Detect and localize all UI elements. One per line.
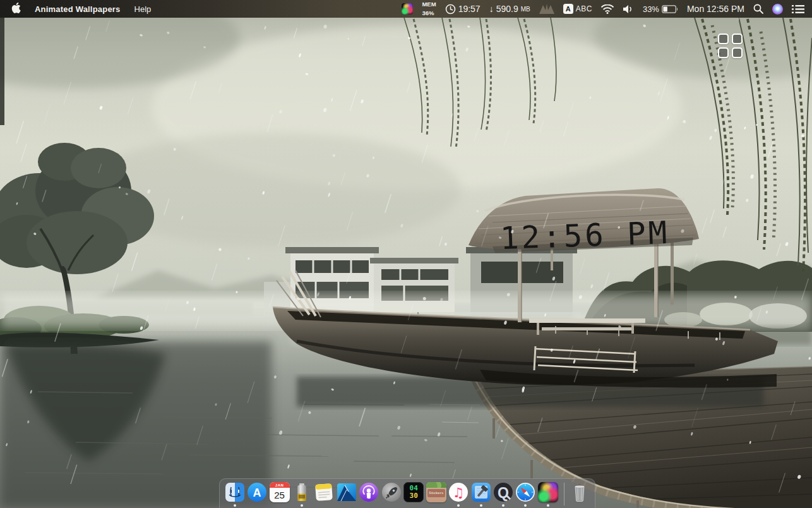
quicktime-icon: Q bbox=[493, 482, 513, 502]
desktop: 12:56 PM bbox=[0, 0, 812, 508]
dock-finder[interactable] bbox=[224, 482, 245, 507]
app-store-icon: A bbox=[247, 482, 267, 502]
timer-line2: 30 bbox=[410, 492, 418, 500]
dock-quicktime[interactable]: Q bbox=[493, 482, 513, 507]
list-icon bbox=[792, 4, 804, 14]
mountain-m-icon bbox=[539, 4, 554, 14]
dock-calendar[interactable]: JAN 25 bbox=[269, 482, 290, 507]
spotlight-menu-extra[interactable] bbox=[753, 4, 763, 14]
affinity-icon bbox=[337, 482, 357, 502]
dock-affinity[interactable] bbox=[336, 482, 357, 507]
battery-icon bbox=[662, 5, 678, 13]
menu-help[interactable]: Help bbox=[134, 4, 152, 14]
input-source-menu-extra[interactable]: A ABC bbox=[563, 4, 592, 14]
siri-icon bbox=[772, 4, 783, 15]
battery-app-icon bbox=[292, 482, 312, 502]
battery-menu-extra[interactable]: 33% bbox=[643, 4, 678, 14]
search-icon bbox=[753, 4, 763, 14]
dock-music[interactable]: ♫ bbox=[448, 482, 469, 507]
grid-cell bbox=[732, 47, 743, 58]
finder-icon bbox=[225, 482, 245, 502]
timer-value: 19:57 bbox=[458, 4, 481, 14]
stickers-icon: Stickers bbox=[426, 482, 446, 502]
down-arrow: ↓ bbox=[489, 4, 494, 14]
desktop-grid-widget[interactable] bbox=[718, 33, 743, 58]
dock-trash[interactable] bbox=[570, 482, 590, 507]
notes-icon bbox=[314, 482, 334, 502]
dock-battery-app[interactable] bbox=[291, 482, 312, 507]
volume-menu-extra[interactable] bbox=[623, 4, 634, 14]
input-name: ABC bbox=[576, 4, 592, 13]
siri-menu-extra[interactable] bbox=[772, 4, 783, 15]
music-icon: ♫ bbox=[448, 482, 469, 502]
clock-menu-extra[interactable]: Mon 12:56 PM bbox=[687, 4, 744, 14]
grid-cell bbox=[732, 33, 743, 44]
dock-app-store[interactable]: A bbox=[246, 482, 267, 507]
wifi-menu-extra[interactable] bbox=[601, 4, 614, 14]
stickers-label: Stickers bbox=[427, 489, 445, 497]
wallpaper-menu-extra[interactable] bbox=[402, 3, 413, 15]
mem-value: 36% bbox=[422, 10, 434, 16]
mem-label: MEM bbox=[422, 1, 436, 8]
speaker-icon bbox=[623, 4, 634, 14]
memory-menu-extra[interactable]: MEM 36% bbox=[422, 1, 436, 16]
dock-stickers[interactable]: Stickers bbox=[426, 482, 446, 507]
dock-safari[interactable] bbox=[515, 482, 536, 507]
svg-text:Q: Q bbox=[498, 485, 509, 501]
notification-center-menu-extra[interactable] bbox=[792, 4, 804, 14]
nebula-icon bbox=[402, 3, 413, 15]
leaves-decoration bbox=[426, 482, 446, 488]
dock-animated-wallpapers[interactable] bbox=[537, 482, 558, 507]
calendar-month: JAN bbox=[270, 482, 290, 488]
dock-rocket-app[interactable] bbox=[381, 482, 402, 507]
dock-timer-app[interactable]: 04 30 bbox=[403, 482, 424, 507]
trash-icon bbox=[570, 482, 590, 502]
grid-cell bbox=[718, 47, 729, 58]
svg-text:♫: ♫ bbox=[453, 485, 465, 500]
net-unit: MB bbox=[521, 6, 530, 13]
xcode-icon bbox=[471, 482, 491, 502]
input-badge: A bbox=[563, 4, 573, 14]
battery-percent: 33% bbox=[643, 4, 659, 14]
dock: A JAN 25 bbox=[219, 478, 595, 508]
podcasts-icon bbox=[359, 482, 379, 502]
network-menu-extra[interactable]: ↓590.9MB bbox=[489, 4, 530, 14]
pavilion-clock: 12:56 PM bbox=[499, 215, 670, 257]
timer-icon: 04 30 bbox=[403, 482, 424, 502]
dock-xcode[interactable] bbox=[470, 482, 491, 507]
dock-separator bbox=[564, 483, 564, 505]
grid-cell bbox=[718, 33, 729, 44]
safari-icon bbox=[515, 482, 535, 502]
animated-wallpapers-icon bbox=[538, 482, 558, 502]
wallpaper: 12:56 PM bbox=[0, 0, 812, 508]
net-value: 590.9 bbox=[496, 4, 518, 14]
dock-podcasts[interactable] bbox=[359, 482, 379, 507]
dock-notes[interactable] bbox=[314, 482, 335, 507]
calendar-icon: JAN 25 bbox=[270, 482, 290, 502]
svg-text:A: A bbox=[253, 487, 261, 499]
clock-icon bbox=[445, 4, 456, 15]
wifi-icon bbox=[601, 4, 614, 14]
m-app-menu-extra[interactable] bbox=[539, 4, 554, 14]
rocket-icon bbox=[381, 482, 402, 502]
apple-menu[interactable] bbox=[11, 3, 21, 15]
calendar-day: 25 bbox=[270, 488, 290, 502]
timer-menu-extra[interactable]: 19:57 bbox=[445, 4, 481, 15]
menu-bar: Animated Wallpapers Help MEM 36% 19:57 ↓… bbox=[0, 0, 812, 18]
apple-icon bbox=[11, 3, 21, 13]
active-app-name[interactable]: Animated Wallpapers bbox=[35, 4, 121, 14]
